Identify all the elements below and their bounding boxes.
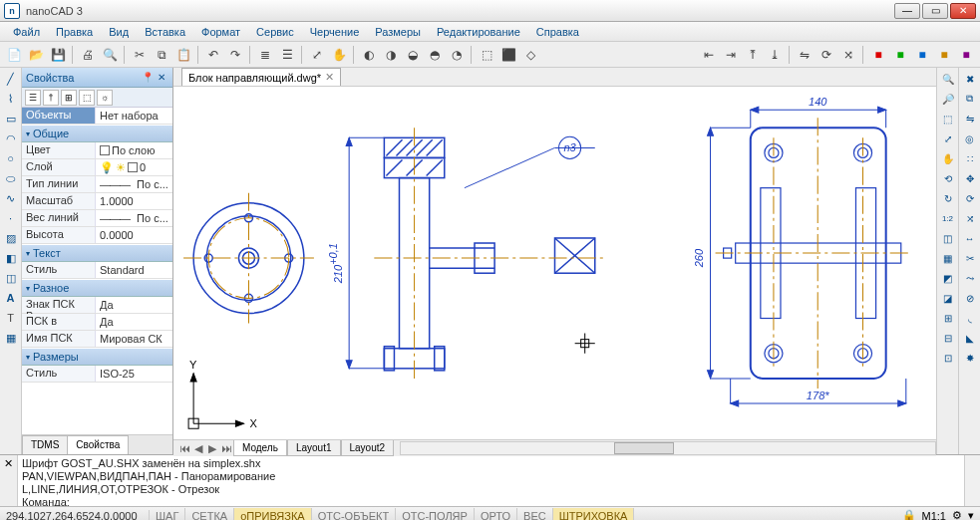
prop-value[interactable]: ISO-25 — [96, 366, 172, 382]
property-row[interactable]: Имя ПСК Мировая СК — [22, 331, 172, 348]
prop-category-dims[interactable]: Размеры — [22, 348, 172, 366]
status-lwt[interactable]: ВЕС — [517, 508, 553, 521]
hatch-icon[interactable]: ▨ — [2, 229, 20, 247]
mirror-icon[interactable]: ⇋ — [961, 110, 979, 128]
tool-icon[interactable]: ◔ — [447, 45, 467, 65]
property-row[interactable]: Высота 0.0000 — [22, 227, 172, 244]
property-row[interactable]: Стиль Standard — [22, 262, 172, 279]
property-row[interactable]: Стиль ISO-25 — [22, 366, 172, 383]
arc-icon[interactable]: ◠ — [2, 130, 20, 147]
tool-icon[interactable]: ◓ — [425, 45, 445, 65]
trim-icon[interactable]: ✂ — [961, 249, 979, 267]
close-button[interactable]: ✕ — [950, 3, 976, 19]
drawing-canvas[interactable]: n3 210+0,1 — [173, 87, 936, 439]
color-icon[interactable]: ■ — [868, 45, 888, 65]
table-icon[interactable]: ▦ — [2, 329, 20, 347]
menu-view[interactable]: Вид — [102, 24, 136, 40]
paste-icon[interactable]: 📋 — [173, 45, 193, 65]
scrollbar-thumb[interactable] — [614, 442, 674, 454]
rotate-icon[interactable]: ⟳ — [817, 45, 836, 65]
color-icon[interactable]: ■ — [912, 45, 932, 65]
prop-value[interactable]: 💡☀0 — [96, 159, 172, 175]
prop-category-text[interactable]: Текст — [22, 244, 172, 262]
prop-value[interactable]: Мировая СК — [96, 331, 172, 347]
fillet-icon[interactable]: ◟ — [961, 309, 979, 327]
prop-value[interactable]: 0.0000 — [96, 227, 172, 243]
property-row[interactable]: Слой 💡☀0 — [22, 159, 172, 176]
menu-edit[interactable]: Правка — [49, 24, 100, 40]
zoom-extents-icon[interactable]: ⤢ — [307, 45, 327, 65]
status-otrack[interactable]: ОТС-ОБЪЕКТ — [312, 508, 396, 521]
property-row[interactable]: Тип линии ——— По с... — [22, 176, 172, 193]
offset-icon[interactable]: ◎ — [961, 130, 979, 147]
rotate-icon[interactable]: ⟳ — [961, 189, 979, 207]
status-scale[interactable]: M1:1 — [922, 510, 946, 521]
expand-icon[interactable]: ▾ — [968, 509, 974, 520]
new-icon[interactable]: 📄 — [4, 45, 24, 65]
rect-icon[interactable]: ▭ — [2, 110, 20, 128]
status-hatch[interactable]: ШТРИХОВКА — [553, 508, 635, 521]
view-icon[interactable]: ⊞ — [939, 309, 957, 327]
menu-format[interactable]: Формат — [194, 24, 247, 40]
view-icon[interactable]: ⊟ — [939, 329, 957, 347]
ellipse-icon[interactable]: ⬭ — [2, 169, 20, 187]
print-icon[interactable]: 🖨 — [78, 45, 98, 65]
tool-icon[interactable]: ◑ — [381, 45, 401, 65]
point-icon[interactable]: · — [2, 209, 20, 227]
extend-icon[interactable]: ⤳ — [961, 269, 979, 287]
menu-help[interactable]: Справка — [529, 24, 586, 40]
erase-icon[interactable]: ✖ — [961, 70, 979, 88]
tab-nav-prev-icon[interactable]: ◀ — [191, 442, 205, 455]
property-row[interactable]: ПСК в каждом ... Да — [22, 314, 172, 331]
property-row[interactable]: Цвет По слою — [22, 142, 172, 159]
explode-icon[interactable]: ✸ — [961, 349, 979, 367]
tab-nav-next-icon[interactable]: ▶ — [205, 442, 219, 455]
tool-icon[interactable]: ◒ — [403, 45, 423, 65]
tool-icon[interactable]: ⬛ — [498, 45, 518, 65]
prop-value[interactable]: Да — [96, 314, 172, 330]
tab-close-icon[interactable]: ✕ — [325, 71, 334, 84]
prop-category-general[interactable]: Общие — [22, 125, 172, 142]
stretch-icon[interactable]: ↔ — [961, 229, 979, 247]
zoom-in-icon[interactable]: 🔍 — [939, 70, 957, 88]
line-icon[interactable]: ╱ — [2, 70, 20, 88]
tool-icon[interactable]: ⬚ — [477, 45, 496, 65]
undo-icon[interactable]: ↶ — [203, 45, 223, 65]
save-icon[interactable]: 💾 — [48, 45, 68, 65]
layout-tab-2[interactable]: Layout2 — [341, 440, 395, 456]
prop-value[interactable]: Standard — [96, 262, 172, 278]
tab-tdms[interactable]: TDMS — [22, 435, 68, 454]
status-ortho[interactable]: ОРТО — [475, 508, 517, 521]
properties-icon[interactable]: ☰ — [277, 45, 297, 65]
command-text[interactable]: Шрифт GOST_AU.SHX заменён на simplex.shx… — [18, 455, 964, 506]
scale-icon[interactable]: ⤨ — [961, 209, 979, 227]
property-row[interactable]: Знак ПСК Вкл Да — [22, 297, 172, 314]
view-icon[interactable]: ◩ — [939, 269, 957, 287]
pan-icon[interactable]: ✋ — [329, 45, 349, 65]
document-tab[interactable]: Блок направляющий.dwg* ✕ — [181, 68, 341, 86]
menu-insert[interactable]: Вставка — [138, 24, 192, 40]
align-icon[interactable]: ⤓ — [765, 45, 785, 65]
redo-icon[interactable]: ↷ — [225, 45, 245, 65]
property-row[interactable]: Масштаб типа ... 1.0000 — [22, 193, 172, 210]
color-icon[interactable]: ■ — [934, 45, 954, 65]
ptool-icon[interactable]: ⊞ — [61, 90, 77, 106]
prop-value[interactable]: ——— По с... — [96, 176, 172, 192]
zoom-window-icon[interactable]: ⬚ — [939, 110, 957, 128]
tab-nav-last-icon[interactable]: ⏭ — [219, 442, 233, 454]
move-icon[interactable]: ✥ — [961, 169, 979, 187]
prop-category-misc[interactable]: Разное — [22, 279, 172, 297]
prop-value[interactable]: Да — [96, 297, 172, 313]
color-icon[interactable]: ■ — [890, 45, 910, 65]
zoom-extents-icon[interactable]: ⤢ — [939, 130, 957, 147]
menu-modify[interactable]: Редактирование — [430, 24, 527, 40]
view-icon[interactable]: ▦ — [939, 249, 957, 267]
align-icon[interactable]: ⇤ — [699, 45, 719, 65]
prop-value[interactable]: 1.0000 — [96, 193, 172, 209]
ptool-icon[interactable]: ☼ — [97, 90, 113, 106]
tab-properties[interactable]: Свойства — [67, 435, 129, 454]
prop-value[interactable]: По слою — [96, 142, 172, 158]
tool-icon[interactable]: ◐ — [359, 45, 379, 65]
menu-service[interactable]: Сервис — [249, 24, 301, 40]
chamfer-icon[interactable]: ◣ — [961, 329, 979, 347]
